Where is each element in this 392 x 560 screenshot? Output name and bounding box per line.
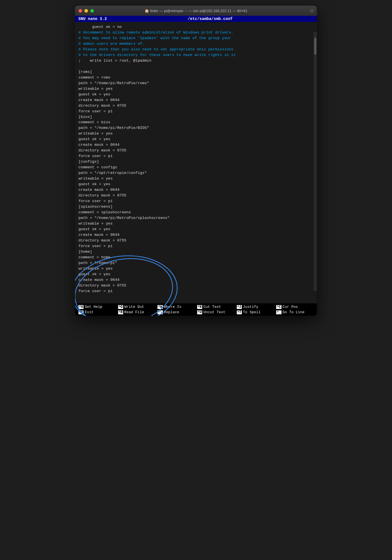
line-9: [roms] [78, 70, 92, 74]
label-write-out: Write Out [124, 305, 144, 309]
footer-exit[interactable]: ^X Exit [77, 310, 117, 315]
line-29: guest ok = yes [78, 182, 110, 186]
line-36: writeable = yes [78, 221, 113, 226]
key-cur-pos: ^C [276, 305, 281, 309]
key-get-help: ^G [78, 305, 84, 309]
label-justify: Justify [243, 305, 258, 309]
label-exit: Exit [85, 310, 93, 314]
label-cur-pos: Cur Pos [283, 305, 298, 309]
line-21: guest ok = yes [78, 137, 110, 141]
footer-go-to-line[interactable]: ^_ Go To Line [275, 310, 315, 315]
line-32: force user = pi [78, 199, 113, 203]
footer-read-file[interactable]: ^R Read File [117, 310, 157, 315]
label-get-help: Get Help [85, 305, 102, 309]
line-3: # You may need to replace 'lpadmin' with… [78, 36, 231, 40]
label-read-file: Read File [124, 310, 144, 314]
key-replace: ^\ [157, 310, 163, 314]
expand-button[interactable]: ⊡ [310, 8, 314, 13]
line-19: path = "/home/pi/RetroPie/BIOS" [78, 126, 149, 130]
footer-where-is[interactable]: ^W Where Is [156, 304, 196, 309]
line-40: force user = pi [78, 244, 113, 248]
line-10: comment = roms [78, 75, 110, 80]
line-20: writeable = yes [78, 131, 113, 136]
footer-uncut-text[interactable]: ^U Uncut Text [196, 310, 236, 315]
key-exit: ^X [78, 310, 84, 314]
line-43: path = "/home/pi" [78, 261, 117, 265]
line-4: # admin users are members of. [78, 42, 145, 46]
line-48: force user = pi [78, 289, 113, 293]
line-12: writeable = yes [78, 87, 113, 91]
maximize-button[interactable] [90, 9, 94, 13]
terminal-window: 🏠 fedor — pi@retropie: ~ — ssh pi@192.16… [75, 6, 317, 316]
line-26: comment = configs [78, 165, 117, 169]
nano-filename: /etc/samba/smb.conf [188, 17, 233, 21]
key-uncut-text: ^U [197, 310, 202, 314]
footer-justify[interactable]: ^J Justify [236, 304, 275, 309]
window-title: 🏠 fedor — pi@retropie: ~ — ssh pi@192.16… [145, 9, 247, 13]
line-28: writeable = yes [78, 176, 113, 181]
line-18: comment = bios [78, 120, 110, 124]
scrollbar-thumb[interactable] [314, 38, 316, 55]
line-15: directory mask = 0755 [78, 104, 126, 108]
line-49 [78, 295, 81, 299]
key-go-to-line: ^_ [276, 310, 281, 314]
line-23: directory mask = 0755 [78, 148, 126, 153]
line-24: force user = pi [78, 154, 113, 158]
label-replace: Replace [164, 310, 179, 314]
line-7: ; write list = root, @lpadmin [78, 59, 151, 63]
traffic-lights [78, 9, 94, 13]
label-where-is: Where Is [164, 305, 181, 309]
line-45: guest ok = yes [78, 272, 110, 276]
line-25: [configs] [78, 160, 99, 164]
line-44: writeable = yes [78, 266, 113, 271]
line-17: [bios] [78, 115, 92, 119]
footer-to-spell[interactable]: ^T To Spell [236, 310, 275, 315]
line-38: create mask = 0644 [78, 233, 120, 237]
line-35: path = "/home/pi/RetroPie/splashscreens" [78, 216, 170, 220]
footer-replace[interactable]: ^\ Replace [156, 310, 196, 315]
close-button[interactable] [78, 9, 82, 13]
key-cut-text: ^K [197, 305, 202, 309]
line-22: create mask = 0644 [78, 143, 120, 147]
line-41: [home] [78, 250, 92, 254]
line-14: create mask = 0644 [78, 98, 120, 102]
line-2: # Uncomment to allow remote administrati… [78, 30, 233, 35]
scrollbar[interactable] [314, 32, 317, 291]
footer-cur-pos[interactable]: ^C Cur Pos [275, 304, 315, 309]
line-37: guest ok = yes [78, 227, 110, 231]
footer-cut-text[interactable]: ^K Cut Text [196, 304, 236, 309]
editor-area[interactable]: guest ok = no # Uncomment to allow remot… [75, 22, 317, 303]
key-justify: ^J [237, 305, 242, 309]
title-bar: 🏠 fedor — pi@retropie: ~ — ssh pi@192.16… [75, 6, 317, 16]
line-39: directory mask = 0755 [78, 238, 126, 243]
nano-footer: ^G Get Help ^O Write Out ^W Where Is ^K … [75, 303, 317, 316]
line-11: path = "/home/pi/RetroPie/roms" [78, 81, 149, 85]
line-34: comment = splashscreens [78, 210, 131, 214]
line-5: # Please note that you also need to set … [78, 47, 233, 51]
line-27: path = "/opt/retropie/configs" [78, 171, 147, 175]
footer-get-help[interactable]: ^G Get Help [77, 304, 117, 309]
label-go-to-line: Go To Line [283, 310, 305, 314]
line-16: force user = pi [78, 109, 113, 113]
line-31: directory mask = 0755 [78, 193, 126, 198]
minimize-button[interactable] [84, 9, 88, 13]
title-icon: 🏠 [145, 9, 150, 13]
editor-content: guest ok = no # Uncomment to allow remot… [78, 24, 314, 299]
line-47: directory mask = 0755 [78, 283, 126, 288]
nano-version: GNU nano 3.2 [78, 17, 107, 21]
nano-header: GNU nano 3.2 /etc/samba/smb.conf [75, 16, 317, 22]
line-33: [splashscreens] [78, 205, 113, 209]
key-read-file: ^R [118, 310, 123, 314]
line-6: # to the drivers directory for these use… [78, 53, 236, 57]
line-46: create mask = 0644 [78, 278, 120, 282]
line-42: comment = home [78, 255, 110, 259]
label-uncut-text: Uncut Text [203, 310, 225, 314]
footer-write-out[interactable]: ^O Write Out [117, 304, 157, 309]
line-30: create mask = 0644 [78, 188, 120, 192]
key-where-is: ^W [157, 305, 163, 309]
label-cut-text: Cut Text [203, 305, 221, 309]
line-13: guest ok = yes [78, 92, 110, 97]
line-1: guest ok = no [78, 25, 122, 29]
label-to-spell: To Spell [243, 310, 260, 314]
key-to-spell: ^T [237, 310, 242, 314]
